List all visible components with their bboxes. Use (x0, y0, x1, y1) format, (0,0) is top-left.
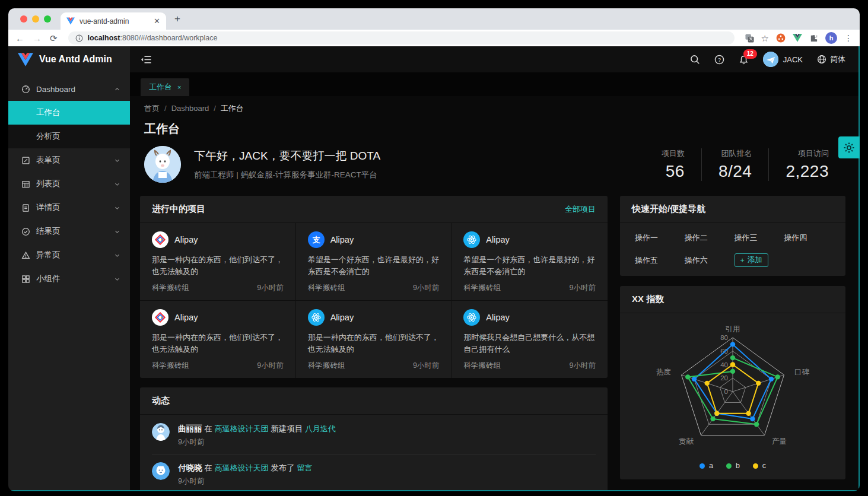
address-bar[interactable]: localhost:8080/#/dashboard/workplace (68, 31, 735, 44)
language-switcher[interactable]: 简体 (817, 54, 845, 65)
page-tab-close-icon[interactable]: × (177, 84, 181, 91)
project-card[interactable]: Alipay 那时候我只会想自己想要什么，从不想自己拥有什么 科学搬砖组 9小时… (452, 301, 608, 378)
project-card-group[interactable]: 科学搬砖组 (152, 361, 189, 371)
quick-link[interactable]: 操作二 (685, 233, 735, 243)
translate-icon[interactable] (745, 34, 754, 43)
forward-icon[interactable]: → (33, 34, 42, 43)
stat-label: 项目访问 (786, 148, 829, 159)
project-card-group[interactable]: 科学搬砖组 (463, 283, 501, 293)
theme-settings-button[interactable] (838, 136, 860, 158)
project-card-group[interactable]: 科学搬砖组 (308, 361, 345, 371)
browser-profile-avatar[interactable]: h (825, 32, 837, 44)
all-projects-link[interactable]: 全部项目 (565, 204, 596, 215)
activity-link[interactable]: 留言 (297, 463, 313, 472)
sidebar-item-dashboard[interactable]: Dashboard (8, 77, 130, 101)
profile-icon (21, 204, 30, 212)
sidebar-item-6[interactable]: 小组件 (8, 267, 130, 291)
page-header: 首页/Dashboard/工作台 工作台 下午好，JACK，要不要打一把 DOT… (130, 96, 860, 192)
quick-link[interactable]: 操作一 (635, 233, 685, 243)
project-card-time: 9小时前 (413, 361, 439, 371)
close-window-button[interactable] (20, 15, 27, 23)
vue-devtools-icon[interactable] (793, 34, 802, 42)
favicon-vue-icon (66, 17, 75, 25)
sidebar-subitem[interactable]: 分析页 (8, 125, 130, 148)
alipay-logo-icon: 支 (308, 231, 325, 248)
vue-logo-icon (18, 53, 33, 66)
legend-item-b[interactable]: b (726, 462, 740, 470)
new-tab-button[interactable]: + (174, 13, 180, 25)
project-card-description: 那时候我只会想自己想要什么，从不想自己拥有什么 (463, 332, 596, 355)
project-card-group[interactable]: 科学搬砖组 (463, 361, 501, 371)
gear-icon (843, 142, 855, 154)
sidebar-item-5[interactable]: 异常页 (8, 243, 130, 267)
reload-icon[interactable]: ⟳ (50, 34, 58, 43)
project-card-group[interactable]: 科学搬砖组 (308, 283, 345, 293)
project-card-title[interactable]: Alipay (174, 235, 198, 244)
svg-text:?: ? (718, 56, 721, 62)
menu-fold-icon[interactable] (141, 55, 151, 64)
sidebar-item-2[interactable]: 列表页 (8, 172, 130, 196)
tab-close-icon[interactable]: ✕ (154, 17, 160, 26)
project-card-time: 9小时前 (570, 361, 596, 371)
help-icon[interactable]: ? (714, 55, 724, 65)
notification-bell-icon[interactable]: 12 (739, 55, 749, 65)
project-card[interactable]: 支 Alipay 希望是一个好东西，也许是最好的，好东西是不会消亡的 科学搬砖组… (296, 223, 452, 301)
project-card-title[interactable]: Alipay (330, 313, 354, 322)
activity-avatar (152, 423, 170, 441)
radar-panel: XX 指数 020406080引用口碑产量贡献热度 abc (620, 286, 845, 479)
app-root: Vue Antd Admin ? 12 (8, 46, 860, 491)
extensions-puzzle-icon[interactable] (809, 34, 818, 43)
project-card-time: 9小时前 (570, 283, 596, 293)
project-card-title[interactable]: Alipay (486, 313, 510, 322)
legend-item-c[interactable]: c (753, 462, 766, 470)
site-info-icon[interactable] (75, 34, 83, 42)
extension-orange-icon[interactable] (776, 33, 786, 43)
svg-text:引用: 引用 (726, 325, 740, 333)
quick-link[interactable]: 操作四 (784, 233, 834, 243)
user-menu[interactable]: JACK (763, 52, 803, 67)
minimize-window-button[interactable] (32, 15, 39, 23)
project-card-group[interactable]: 科学搬砖组 (152, 283, 189, 293)
browser-tab[interactable]: vue-antd-admin ✕ (61, 12, 166, 30)
quick-link[interactable]: 操作五 (635, 255, 685, 266)
project-card-title[interactable]: Alipay (330, 235, 354, 244)
bookmark-star-icon[interactable]: ☆ (761, 34, 769, 43)
activity-link[interactable]: 八月迭代 (305, 424, 336, 433)
sidebar-item-label: Dashboard (36, 85, 75, 94)
activity-link[interactable]: 高逼格设计天团 (215, 424, 269, 433)
project-card-time: 9小时前 (413, 283, 439, 293)
back-icon[interactable]: ← (15, 34, 24, 43)
add-quick-link-button[interactable]: +添加 (735, 253, 768, 267)
project-card[interactable]: Alipay 那是一种内在的东西，他们到达不了，也无法触及的 科学搬砖组 9小时… (140, 223, 296, 301)
activity-panel: 动态 曲丽丽 在 高逼格设计天团 新建项目 八月迭代 9小时前 付晓晓 在 高逼… (140, 387, 608, 491)
project-card-title[interactable]: Alipay (486, 235, 510, 244)
sidebar-item-4[interactable]: 结果页 (8, 220, 130, 243)
search-icon[interactable] (690, 55, 700, 65)
activity-link[interactable]: 高逼格设计天团 (215, 463, 269, 472)
legend-dot-icon (700, 463, 705, 469)
breadcrumb-current: 工作台 (221, 104, 244, 113)
svg-text:0: 0 (724, 388, 728, 395)
quick-link[interactable]: 操作三 (735, 233, 784, 243)
breadcrumb-dashboard[interactable]: Dashboard (171, 104, 209, 113)
stat-item: 项目数 56 (645, 148, 701, 181)
stat-value: 56 (662, 162, 685, 181)
sidebar-subitem[interactable]: 工作台 (8, 101, 130, 125)
sidebar-item-3[interactable]: 详情页 (8, 196, 130, 220)
project-card[interactable]: Alipay 希望是一个好东西，也许是最好的，好东西是不会消亡的 科学搬砖组 9… (452, 223, 608, 301)
stat-item: 项目访问 2,223 (768, 148, 845, 181)
page-tab-workplace[interactable]: 工作台 × (141, 78, 189, 96)
project-card[interactable]: Alipay 那是一种内在的东西，他们到达不了，也无法触及的 科学搬砖组 9小时… (296, 301, 452, 378)
radar-chart: 020406080引用口碑产量贡献热度 abc (620, 313, 845, 479)
zoom-window-button[interactable] (44, 15, 51, 23)
project-card-description: 那是一种内在的东西，他们到达不了，也无法触及的 (152, 254, 284, 278)
sidebar-item-1[interactable]: 表单页 (8, 148, 130, 172)
quick-link[interactable]: 操作六 (685, 255, 735, 266)
browser-menu-icon[interactable]: ⋮ (844, 33, 853, 43)
project-card[interactable]: Alipay 那是一种内在的东西，他们到达不了，也无法触及的 科学搬砖组 9小时… (140, 301, 296, 378)
project-card-title[interactable]: Alipay (174, 313, 198, 322)
app-logo[interactable]: Vue Antd Admin (8, 46, 130, 72)
legend-item-a[interactable]: a (700, 462, 713, 470)
username: JACK (783, 55, 803, 64)
breadcrumb-home[interactable]: 首页 (144, 104, 160, 113)
